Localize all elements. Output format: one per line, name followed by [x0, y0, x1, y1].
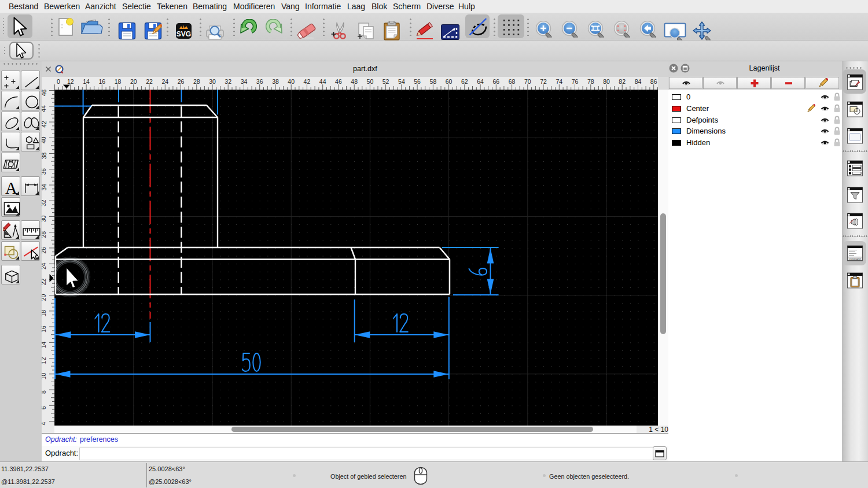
svg-text:50: 50: [367, 78, 374, 85]
svg-text:48: 48: [351, 78, 358, 85]
svg-text:74: 74: [556, 78, 562, 85]
svg-text:76: 76: [572, 78, 579, 85]
svg-text:60: 60: [446, 78, 453, 85]
svg-text:26: 26: [178, 78, 185, 85]
svg-text:4: 4: [42, 422, 47, 426]
svg-text:12: 12: [67, 78, 74, 85]
svg-text:52: 52: [382, 78, 389, 85]
svg-text:66: 66: [492, 78, 499, 85]
svg-text:28: 28: [193, 78, 200, 85]
svg-text:22: 22: [42, 278, 47, 285]
svg-text:12: 12: [42, 357, 47, 364]
svg-text:26: 26: [42, 247, 47, 254]
svg-text:14: 14: [42, 341, 47, 348]
svg-text:32: 32: [42, 199, 47, 206]
svg-text:58: 58: [430, 78, 437, 85]
svg-text:82: 82: [619, 78, 626, 85]
svg-text:64: 64: [477, 78, 484, 85]
svg-text:80: 80: [603, 78, 610, 85]
svg-text:62: 62: [461, 78, 468, 85]
svg-text:30: 30: [42, 215, 47, 222]
svg-text:24: 24: [42, 263, 47, 269]
svg-text:86: 86: [650, 78, 657, 85]
svg-text:18: 18: [115, 78, 122, 85]
svg-text:34: 34: [241, 78, 248, 85]
svg-text:6: 6: [42, 406, 47, 409]
svg-text:22: 22: [146, 78, 153, 85]
svg-text:20: 20: [42, 294, 47, 301]
svg-text:18: 18: [42, 310, 47, 317]
svg-text:40: 40: [288, 78, 295, 85]
svg-text:34: 34: [42, 184, 47, 191]
svg-text:40: 40: [42, 136, 47, 143]
svg-text:46: 46: [335, 78, 342, 85]
svg-text:42: 42: [42, 121, 47, 128]
svg-text:16: 16: [42, 326, 47, 332]
svg-text:36: 36: [256, 78, 263, 85]
svg-text:command: command: [849, 258, 861, 261]
svg-text:46: 46: [42, 90, 47, 96]
svg-text:38: 38: [42, 153, 47, 160]
svg-text:54: 54: [398, 78, 405, 85]
svg-text:78: 78: [587, 78, 594, 85]
svg-text:44: 44: [42, 105, 47, 112]
svg-text:68: 68: [509, 78, 516, 85]
svg-text:28: 28: [42, 231, 47, 238]
svg-text:10: 10: [42, 373, 47, 380]
svg-text:44: 44: [319, 78, 326, 85]
svg-text:14: 14: [83, 78, 90, 85]
svg-text:16: 16: [98, 78, 105, 85]
svg-text:36: 36: [42, 168, 47, 175]
svg-text:SVG: SVG: [176, 30, 191, 38]
svg-text:84: 84: [635, 78, 642, 85]
svg-text:8: 8: [42, 390, 47, 394]
svg-text:24: 24: [161, 78, 168, 85]
svg-text:38: 38: [272, 78, 279, 85]
svg-text:42: 42: [304, 78, 311, 85]
svg-text:70: 70: [524, 78, 531, 85]
svg-text:30: 30: [209, 78, 216, 85]
svg-text:56: 56: [414, 78, 421, 85]
svg-text:20: 20: [130, 78, 137, 85]
svg-text:72: 72: [540, 78, 547, 85]
svg-text:0: 0: [57, 78, 60, 85]
svg-text:32: 32: [225, 78, 231, 85]
